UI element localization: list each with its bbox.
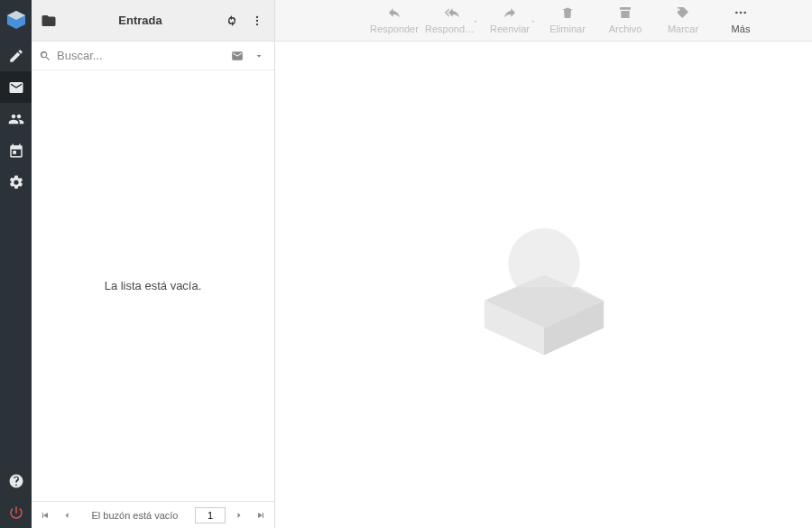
page-input[interactable] [195, 507, 226, 523]
search-row: Buscar... [32, 42, 274, 70]
calendar-nav[interactable] [0, 134, 32, 166]
kebab-menu-icon[interactable] [247, 11, 267, 31]
svg-point-2 [256, 23, 258, 24]
message-toolbar: Responder Responder … Reenviar Eliminar … [275, 0, 812, 42]
svg-point-3 [735, 12, 738, 14]
mark-button[interactable]: Marcar [654, 4, 712, 34]
app-sidebar [0, 0, 32, 528]
prev-page-icon[interactable] [59, 507, 75, 523]
settings-nav[interactable] [0, 166, 32, 198]
svg-point-5 [743, 12, 746, 14]
compose-button[interactable] [0, 40, 32, 71]
delete-label: Eliminar [549, 23, 586, 34]
search-options-icon[interactable] [251, 48, 267, 64]
forward-label: Reenviar [490, 23, 530, 34]
more-icon [734, 5, 748, 20]
help-button[interactable] [0, 465, 32, 496]
search-input[interactable]: Buscar... [57, 49, 224, 62]
search-scope-icon[interactable] [229, 48, 245, 64]
logout-button[interactable] [0, 496, 32, 528]
message-list-body: La lista está vacía. [32, 70, 274, 501]
svg-point-1 [256, 19, 258, 21]
reply-label: Responder [370, 23, 419, 34]
refresh-icon[interactable] [222, 11, 242, 31]
empty-illustration [458, 208, 630, 362]
search-icon [39, 50, 51, 62]
delete-button[interactable]: Eliminar [539, 4, 596, 34]
last-page-icon[interactable] [253, 507, 269, 523]
archive-label: Archivo [609, 23, 642, 34]
list-header: Entrada [32, 0, 274, 42]
content-body [275, 42, 812, 528]
trash-icon [560, 5, 575, 20]
reply-button[interactable]: Responder [365, 4, 423, 34]
folder-icon[interactable] [39, 11, 59, 31]
mail-nav[interactable] [0, 71, 32, 103]
tag-icon [676, 5, 690, 20]
app-logo [5, 9, 27, 31]
archive-button[interactable]: Archivo [596, 4, 654, 34]
forward-dropdown-icon[interactable] [530, 18, 537, 31]
next-page-icon[interactable] [231, 507, 247, 523]
message-list-panel: Entrada Buscar... La lista está vacía. [32, 0, 275, 528]
contacts-nav[interactable] [0, 103, 32, 134]
forward-icon [503, 5, 517, 20]
mailbox-status: El buzón está vacío [80, 510, 189, 521]
empty-list-text: La lista está vacía. [105, 279, 202, 292]
more-label: Más [732, 23, 751, 34]
svg-point-0 [256, 15, 258, 17]
content-panel: Responder Responder … Reenviar Eliminar … [275, 0, 812, 528]
folder-title: Entrada [64, 14, 217, 27]
reply-icon [387, 5, 401, 20]
list-footer: El buzón está vacío [32, 501, 274, 528]
reply-all-label: Responder … [425, 23, 479, 34]
mark-label: Marcar [668, 23, 698, 34]
first-page-icon[interactable] [37, 507, 53, 523]
svg-point-4 [740, 12, 743, 14]
reply-all-button[interactable]: Responder … [423, 4, 481, 34]
reply-all-dropdown-icon[interactable] [472, 18, 479, 31]
reply-all-icon [445, 5, 459, 20]
archive-icon [618, 5, 632, 20]
more-button[interactable]: Más [712, 4, 770, 34]
forward-button[interactable]: Reenviar [481, 4, 539, 34]
